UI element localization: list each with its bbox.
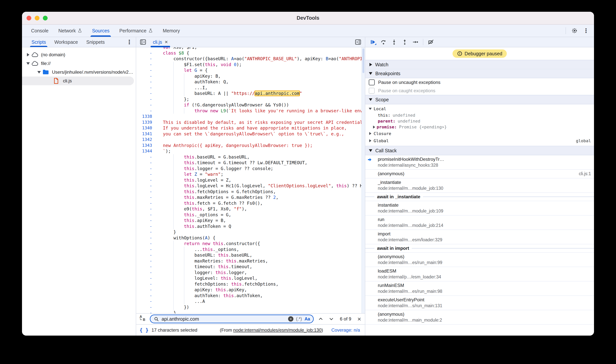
code-line[interactable]: 1340If you understand the risks and have… xyxy=(136,125,365,131)
code-line[interactable]: - } xyxy=(136,310,365,313)
code-line[interactable]: - }; xyxy=(136,96,365,102)
line-marker[interactable]: - xyxy=(136,247,156,252)
code-line[interactable]: - apiKey: this.apiKey, xyxy=(136,287,365,293)
code-line[interactable]: - logLevel: this.logLevel, xyxy=(136,275,365,281)
code-line[interactable]: - }) xyxy=(136,304,365,310)
line-marker[interactable]: - xyxy=(136,304,156,310)
code-line[interactable]: - baseURL: this.baseURL, xyxy=(136,252,365,258)
frame-location[interactable]: node:internal/m…es/run_main:98 xyxy=(365,288,594,294)
frame-location[interactable]: node:internal/m…module_job:109 xyxy=(365,208,594,214)
line-marker[interactable]: - xyxy=(136,218,156,223)
match-case-toggle[interactable]: Aa xyxy=(305,316,310,322)
call-stack-frame[interactable]: runnode:internal/m…module_job:214 xyxy=(365,216,594,230)
code-line[interactable]: - if (!G.dangerouslyAllowBrowser && Ys0(… xyxy=(136,102,365,108)
navigator-tab-snippets[interactable]: Snippets xyxy=(82,37,109,47)
panel-tab-sources[interactable]: Sources xyxy=(87,25,114,37)
line-marker[interactable]: - xyxy=(136,171,156,177)
line-marker[interactable]: - xyxy=(136,206,156,212)
more-options-kebab-icon[interactable]: ⋮ xyxy=(583,28,589,34)
line-number[interactable]: 1340 xyxy=(136,125,156,131)
call-stack-frame[interactable]: _instantiatenode:internal/m…module_job:1… xyxy=(365,178,594,193)
call-stack-frame[interactable]: (anonymous)node:internal/m…es/run_main:9… xyxy=(365,253,594,267)
line-marker[interactable]: - xyxy=(136,96,156,102)
line-marker[interactable]: - xyxy=(136,270,156,275)
line-marker[interactable]: - xyxy=(136,166,156,172)
section-call-stack[interactable]: Call Stack xyxy=(365,146,594,155)
line-marker[interactable]: - xyxy=(136,177,156,183)
code-line[interactable]: 1343new Anthropic({ apiKey, dangerouslyA… xyxy=(136,143,365,148)
navigator-tab-scripts[interactable]: Scripts xyxy=(27,37,50,47)
scope-property-promise[interactable]: promise:Promise {<pending>} xyxy=(365,124,594,130)
section-watch[interactable]: Watch xyxy=(365,60,594,69)
line-marker[interactable]: - xyxy=(136,91,156,96)
settings-gear-icon[interactable] xyxy=(571,27,578,34)
resume-script-button[interactable] xyxy=(368,38,378,46)
code-line[interactable]: - ...A xyxy=(136,299,365,304)
code-line[interactable]: - this.authToken = Q xyxy=(136,223,365,229)
chevron-right-icon[interactable] xyxy=(367,139,374,142)
step-button[interactable] xyxy=(410,38,420,46)
line-marker[interactable]: - xyxy=(136,50,156,56)
line-number[interactable]: 1344 xyxy=(136,148,156,154)
code-line[interactable]: 1344`); xyxy=(136,148,365,154)
tree-item-file-[interactable]: file:// xyxy=(22,59,134,68)
call-stack-frame[interactable]: runMainESMnode:internal/m…es/run_main:98 xyxy=(365,281,594,296)
tree-item-users-jinhuilee-nvm-versions-node-v2-[interactable]: Users/jinhuilee/.nvm/versions/node/v2… xyxy=(22,68,134,77)
code-line[interactable]: - this.maxRetries = G.maxRetries ?? 2, xyxy=(136,195,365,200)
code-line[interactable]: - this._options = G, xyxy=(136,212,365,218)
coverage-link[interactable]: Coverage: n/a xyxy=(331,327,360,333)
navigator-tab-workspace[interactable]: Workspace xyxy=(50,37,82,47)
code-line[interactable]: - this.baseURL = G.baseURL, xyxy=(136,154,365,160)
code-line[interactable]: - withOptions(A) { xyxy=(136,235,365,241)
code-line[interactable]: - maxRetries: this.maxRetries, xyxy=(136,258,365,264)
line-number[interactable]: 1343 xyxy=(136,143,156,148)
line-number[interactable]: 1342 xyxy=(136,137,156,143)
line-marker[interactable]: - xyxy=(136,293,156,299)
frame-location[interactable]: node:internal/p…/esm_loader:34 xyxy=(365,274,594,280)
call-stack-frame[interactable]: instantiatenode:internal/m…module_job:10… xyxy=(365,201,594,216)
call-stack-frame[interactable]: loadESMnode:internal/p…/esm_loader:34 xyxy=(365,267,594,281)
tree-item--no-domain-[interactable]: (no domain) xyxy=(22,50,134,59)
editor-scrollbar[interactable] xyxy=(362,47,365,313)
line-marker[interactable]: - xyxy=(136,281,156,287)
code-line[interactable]: - baseURL: A || "https://api.anthropic.c… xyxy=(136,91,365,96)
code-line[interactable]: - this.logLevel = Hc1(G.logLevel, "Clien… xyxy=(136,183,365,189)
code-line[interactable]: 1342 xyxy=(136,137,365,143)
line-marker[interactable]: - xyxy=(136,310,156,313)
line-number[interactable]: 1339 xyxy=(136,119,156,125)
code-line[interactable]: 1339This is disabled by default, as it r… xyxy=(136,119,365,125)
close-window-button[interactable] xyxy=(27,16,31,20)
code-line[interactable]: - this.logger = G.logger ?? console; xyxy=(136,166,365,172)
frame-location[interactable]: node:internal/m…main_module:2 xyxy=(365,317,594,323)
section-scope[interactable]: Scope xyxy=(365,95,594,104)
call-stack-frame[interactable]: importnode:internal/m…esm/loader:329 xyxy=(365,230,594,244)
line-marker[interactable]: - xyxy=(136,299,156,304)
line-marker[interactable]: - xyxy=(136,189,156,195)
pretty-print-icon[interactable]: { } xyxy=(140,327,149,333)
line-marker[interactable]: - xyxy=(136,183,156,189)
line-marker[interactable]: - xyxy=(136,252,156,258)
chevron-right-icon[interactable] xyxy=(367,132,374,135)
code-line[interactable]: - timeout: this.timeout, xyxy=(136,264,365,270)
frame-location[interactable]: node:internal/async_hooks:328 xyxy=(365,162,594,168)
next-match-icon[interactable] xyxy=(328,316,335,321)
frame-location[interactable]: node:internal/m…es/run_main:99 xyxy=(365,260,594,265)
chevron-down-icon[interactable] xyxy=(25,62,31,65)
search-query-text[interactable]: api.anthropic.com xyxy=(162,316,285,322)
line-number[interactable]: 1338 xyxy=(136,114,156,119)
code-line[interactable]: - throw new L9(`It looks like you're run… xyxy=(136,108,365,114)
code-line[interactable]: var Xs0, $F1; xyxy=(136,47,365,50)
clear-search-icon[interactable]: × xyxy=(288,316,294,322)
line-marker[interactable]: - xyxy=(136,160,156,166)
breakpoint-option[interactable]: Pause on uncaught exceptions xyxy=(365,78,594,87)
step-into-button[interactable] xyxy=(389,38,399,46)
chevron-right-icon[interactable] xyxy=(25,53,31,56)
step-over-button[interactable] xyxy=(378,38,388,46)
call-stack-frame[interactable]: promiseInitHookWithDestroyTr…node:intern… xyxy=(365,155,594,170)
code-line[interactable]: - this.logLevel = Z, xyxy=(136,177,365,183)
code-line[interactable]: - constructor({baseURL: A=ao("ANTHROPIC_… xyxy=(136,56,365,62)
code-line[interactable]: - } xyxy=(136,229,365,235)
source-mapping-link[interactable]: node:internal/modules/esm/module_job:130 xyxy=(233,327,322,333)
zoom-window-button[interactable] xyxy=(43,16,48,20)
call-stack-frame[interactable]: (anonymous)node:internal/m…main_module:2 xyxy=(365,310,594,325)
